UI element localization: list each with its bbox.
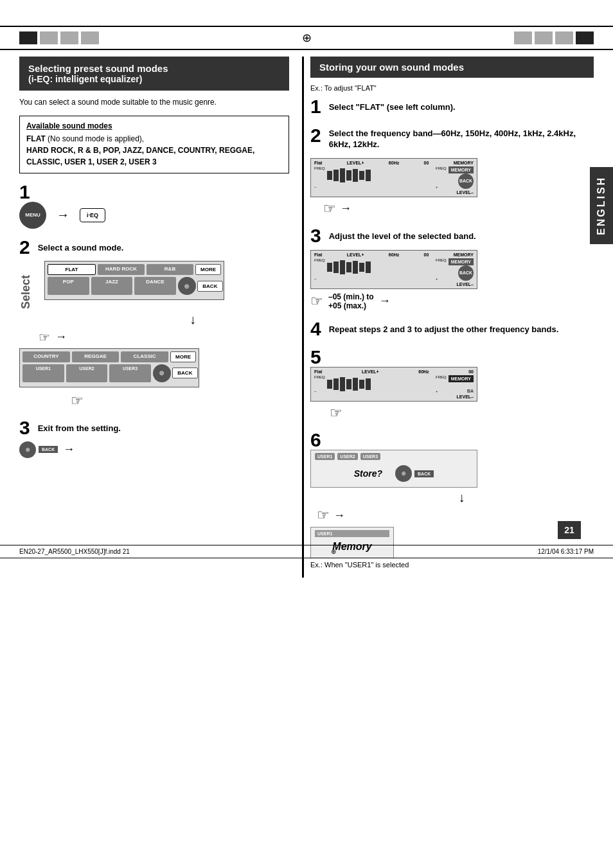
pop-button[interactable]: POP bbox=[48, 277, 89, 295]
arrow-right-store: → bbox=[333, 509, 345, 522]
eq5-level-minus: LEVEL– bbox=[314, 394, 474, 399]
eq3-back-btn[interactable]: BACK bbox=[458, 265, 474, 281]
header-bar: ⊕ bbox=[0, 26, 613, 50]
left-step2-area: 2 Select a sound mode. Select FLAT HARD … bbox=[19, 238, 289, 409]
menu-button[interactable]: MENU bbox=[19, 202, 46, 229]
user3-button[interactable]: USER3 bbox=[109, 364, 151, 382]
eq5-bar-3 bbox=[340, 377, 345, 391]
ieq-button[interactable]: i·EQ bbox=[80, 208, 105, 222]
step1-number: 1 bbox=[19, 182, 285, 202]
back-button-2[interactable]: BACK bbox=[172, 368, 198, 378]
user1-select[interactable]: USER1 bbox=[315, 453, 335, 460]
eq-bars bbox=[327, 166, 434, 184]
range-text: –05 (min.) to bbox=[328, 292, 374, 301]
right-step4-area: 4 Repeat steps 2 and 3 to adjust the oth… bbox=[310, 319, 594, 339]
flat-button[interactable]: FLAT bbox=[48, 264, 96, 275]
eq5-middle: FREQ – FREQ bbox=[314, 375, 474, 393]
right-column: Storing your own sound modes Ex.: To adj… bbox=[302, 57, 594, 578]
store-panel-middle: Store? ◎ BACK bbox=[315, 463, 473, 484]
eq-bar-5 bbox=[353, 169, 358, 182]
back-icon-2[interactable]: ◎ bbox=[153, 364, 171, 382]
header-square-1 bbox=[19, 31, 37, 44]
header-square-7 bbox=[555, 31, 573, 44]
hard-rock-button[interactable]: HARD ROCK bbox=[98, 264, 145, 275]
eq5-bar-5 bbox=[353, 378, 358, 391]
back-store-rect[interactable]: BACK bbox=[414, 470, 434, 477]
eq3-freq-plus-label: FREQ bbox=[436, 258, 447, 262]
ieq-label: i·EQ bbox=[87, 212, 98, 218]
classic-button[interactable]: CLASSIC bbox=[121, 351, 168, 362]
back-circle-store[interactable]: ◎ bbox=[395, 465, 412, 482]
eq5-freq-col: FREQ – bbox=[314, 375, 325, 393]
eq3-memory: MEMORY bbox=[454, 252, 474, 257]
page-num-text: 21 bbox=[564, 525, 574, 535]
back-button-1[interactable]: BACK bbox=[197, 281, 223, 292]
footer: EN20-27_AR5500_LHX550[J]f.indd 21 ⊕ 12/1… bbox=[0, 545, 613, 558]
eq5-freq-val: 00 bbox=[468, 369, 474, 374]
eq5-freq-plus: + bbox=[436, 389, 447, 393]
reggae-button[interactable]: REGGAE bbox=[72, 351, 120, 362]
eq3-bar-7 bbox=[366, 261, 371, 273]
eq5-memory-btn[interactable]: MEMORY bbox=[449, 375, 474, 382]
eq3-memory-btn[interactable]: MEMORY bbox=[449, 258, 474, 265]
header-squares-right bbox=[514, 31, 594, 44]
right-step3-area: 3 Adjust the level of the selected band.… bbox=[310, 226, 594, 310]
back-rect[interactable]: BACK bbox=[39, 446, 58, 453]
user2-select[interactable]: USER2 bbox=[337, 453, 357, 460]
ex-note-bottom: Ex.: When "USER1" is selected bbox=[310, 561, 594, 569]
back-circle[interactable]: ◎ bbox=[19, 441, 36, 458]
back-icon-1[interactable]: ◎ bbox=[178, 277, 196, 295]
freq-label: FREQ bbox=[314, 166, 325, 170]
country-button[interactable]: COUNTRY bbox=[22, 351, 70, 362]
modes-text: FLAT (No sound mode is applied), HARD RO… bbox=[26, 133, 282, 168]
eq3-freq-val: 00 bbox=[424, 252, 429, 257]
store-panel-top: USER1 USER2 USER3 bbox=[315, 453, 473, 460]
arrow-down-store: ↓ bbox=[330, 490, 594, 505]
eq-panel-step3: Flat LEVEL+ 60Hz 00 MEMORY FREQ – bbox=[310, 250, 477, 289]
store-text: Store? bbox=[354, 468, 382, 479]
eq-freq-col: FREQ – bbox=[314, 166, 325, 189]
eq5-back-partial: BA bbox=[467, 389, 474, 393]
more-button-1[interactable]: MORE bbox=[195, 264, 221, 275]
header-square-6 bbox=[535, 31, 553, 44]
memory-button[interactable]: MEMORY bbox=[449, 166, 474, 173]
eq-panel-top: Flat LEVEL+ 60Hz 00 MEMORY bbox=[314, 161, 474, 165]
eq3-preset: Flat bbox=[314, 252, 322, 257]
eq3-bar-4 bbox=[346, 262, 351, 272]
freq-plus-label: FREQ bbox=[436, 166, 447, 170]
eq3-right: MEMORY BACK bbox=[449, 258, 474, 281]
eq3-freq-hz: 60Hz bbox=[389, 252, 399, 257]
available-modes-box: Available sound modes FLAT (No sound mod… bbox=[19, 116, 289, 173]
title-line2: (i-EQ: intelligent equalizer) bbox=[28, 74, 280, 84]
step2-number: 2 bbox=[19, 238, 30, 257]
eq3-freq-label: FREQ bbox=[314, 258, 325, 262]
hand-store-area: ☞ → bbox=[317, 507, 594, 524]
right-step4-number: 4 bbox=[310, 319, 321, 339]
hand-area: ☞ → bbox=[39, 330, 289, 345]
right-step5-number: 5 bbox=[310, 348, 590, 367]
dance-button[interactable]: DANCE bbox=[134, 277, 176, 295]
right-step6-number: 6 bbox=[310, 430, 590, 450]
eq5-preset: Flat bbox=[314, 369, 322, 374]
back-eq-button[interactable]: BACK bbox=[458, 173, 474, 189]
rb-button[interactable]: R&B bbox=[147, 264, 193, 275]
eq3-level-minus: LEVEL– bbox=[314, 282, 474, 287]
eq-right: MEMORY BACK bbox=[449, 166, 474, 189]
hand-icon-4: ☞ bbox=[310, 293, 323, 310]
user1-button[interactable]: USER1 bbox=[22, 364, 64, 382]
jazz-button[interactable]: JAZZ bbox=[91, 277, 133, 295]
step1-device-area: MENU → i·EQ bbox=[19, 202, 289, 229]
right-step3-desc: Adjust the level of the selected band. bbox=[329, 231, 476, 242]
more-button-2[interactable]: MORE bbox=[170, 351, 196, 362]
right-section-title: Storing your own sound modes bbox=[310, 57, 594, 78]
eq-bar-2 bbox=[333, 170, 339, 181]
main-content: Selecting preset sound modes (i-EQ: inte… bbox=[0, 57, 613, 578]
right-step3-number: 3 bbox=[310, 226, 321, 245]
arrow-right-range: → bbox=[379, 294, 391, 308]
step3-desc: Exit from the setting. bbox=[38, 423, 121, 434]
user3-select[interactable]: USER3 bbox=[360, 453, 380, 460]
footer-crosshair: ⊕ bbox=[331, 548, 336, 555]
right-step5-area: 5 Flat LEVEL+ 60Hz 00 FREQ – bbox=[310, 348, 594, 421]
eq-preset-label: Flat bbox=[314, 161, 322, 165]
user2-button[interactable]: USER2 bbox=[66, 364, 108, 382]
